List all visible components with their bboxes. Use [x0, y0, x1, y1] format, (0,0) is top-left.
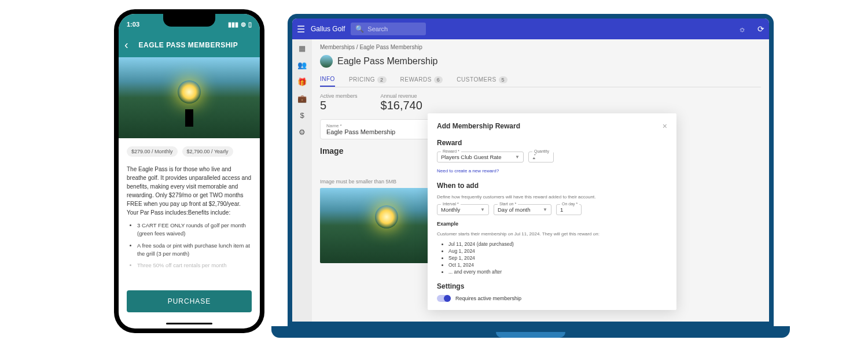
laptop-frame: ☰ Gallus Golf 🔍 ☼ ⟳ ▦ 👥 🎁 💼 $ ⚙ [288, 14, 774, 326]
membership-description: The Eagle Pass is for those who live and… [127, 165, 252, 217]
stats-row: Active members 5 Annual revenue $16,740 [320, 93, 761, 112]
refresh-icon[interactable]: ⟳ [757, 24, 764, 34]
pricing-pills: $279.00 / Monthly $2,790.00 / Yearly [127, 146, 252, 157]
signal-icon: ▮▮▮ [228, 21, 238, 28]
chevron-down-icon: ▼ [543, 207, 547, 212]
benefits-list: 3 CART FEE ONLY rounds of golf per month… [127, 222, 252, 273]
statusbar-icons: ▮▮▮ ⊚ ▯ [228, 21, 252, 28]
sun-graphic [178, 80, 201, 104]
search-icon: 🔍 [355, 25, 364, 33]
tab-customers[interactable]: CUSTOMERS5 [457, 72, 507, 87]
active-membership-toggle[interactable] [437, 295, 451, 302]
benefit-item: Three 50% off cart rentals per month [137, 261, 252, 270]
modal-header: Add Membership Reward × [437, 121, 667, 131]
field-value: Eagle Pass Membership [326, 128, 424, 135]
breadcrumb-link[interactable]: Memberships [320, 44, 355, 50]
wifi-icon: ⊚ [241, 21, 246, 28]
laptop-base [271, 326, 790, 338]
when-helper: Define how frequently customers will hav… [437, 194, 667, 200]
golfer-silhouette [185, 109, 193, 127]
reward-select[interactable]: Reward * Players Club Guest Rate ▼ [437, 152, 524, 163]
pill-monthly[interactable]: $279.00 / Monthly [127, 146, 178, 157]
stat-revenue: Annual revenue $16,740 [381, 93, 422, 112]
page-avatar [320, 55, 333, 68]
onday-field[interactable]: On day * 1 [556, 204, 582, 215]
laptop-screen: ☰ Gallus Golf 🔍 ☼ ⟳ ▦ 👥 🎁 💼 $ ⚙ [292, 19, 769, 322]
main-area: ▦ 👥 🎁 💼 $ ⚙ Memberships / Eagle Pass Mem… [292, 39, 769, 322]
stat-value: $16,740 [381, 99, 422, 112]
sidenav: ▦ 👥 🎁 💼 $ ⚙ [292, 39, 312, 322]
phone-header: ‹ EAGLE PASS MEMBERSHIP [119, 35, 260, 57]
search-box[interactable]: 🔍 [351, 23, 426, 35]
stat-label: Active members [320, 93, 358, 99]
example-intro: Customer starts their membership on Jul … [437, 231, 667, 237]
gift-icon[interactable]: 🎁 [297, 77, 307, 86]
purchase-button[interactable]: PURCHASE [127, 290, 252, 312]
tab-badge: 5 [499, 76, 508, 83]
stat-value: 5 [320, 99, 358, 112]
tabs: INFO PRICING2 REWARDS6 CUSTOMERS5 [320, 72, 761, 87]
dollar-icon[interactable]: $ [300, 111, 304, 120]
tab-badge: 6 [434, 76, 443, 83]
tab-rewards[interactable]: REWARDS6 [400, 72, 443, 87]
settings-heading: Settings [437, 282, 667, 290]
tab-info[interactable]: INFO [320, 72, 335, 87]
when-field-row: Interval * Monthly ▼ Start on * Day of m… [437, 204, 667, 215]
phone-screen: 1:03 ▮▮▮ ⊚ ▯ ‹ EAGLE PASS MEMBERSHIP $27… [119, 14, 260, 328]
example-item: ... and every month after [448, 269, 667, 276]
content-area: Memberships / Eagle Pass Membership Eagl… [312, 39, 769, 322]
example-list: Jul 11, 2024 (date purchased) Aug 1, 202… [437, 241, 667, 275]
pill-yearly[interactable]: $2,790.00 / Yearly [182, 146, 233, 157]
laptop-notch [496, 332, 565, 338]
search-input[interactable] [367, 25, 420, 32]
quantity-field[interactable]: Quantity * 1 [528, 152, 554, 163]
starton-select[interactable]: Start on * Day of month ▼ [494, 204, 551, 215]
breadcrumb: Memberships / Eagle Pass Membership [320, 44, 761, 50]
statusbar-time: 1:03 [127, 21, 139, 28]
phone-body: $279.00 / Monthly $2,790.00 / Yearly The… [119, 138, 260, 318]
example-item: Aug 1, 2024 [448, 248, 667, 255]
menu-icon[interactable]: ☰ [297, 24, 305, 35]
phone-notch [163, 14, 215, 27]
tab-pricing[interactable]: PRICING2 [349, 72, 387, 87]
modal-title: Add Membership Reward [437, 122, 520, 130]
reward-section-heading: Reward [437, 139, 667, 147]
tab-badge: 2 [377, 76, 387, 83]
people-icon[interactable]: 👥 [297, 61, 307, 69]
hero-image [119, 57, 260, 138]
breadcrumb-current: Eagle Pass Membership [359, 44, 422, 50]
name-field[interactable]: Name * Eagle Pass Membership [320, 119, 430, 139]
phone-header-title: EAGLE PASS MEMBERSHIP [134, 41, 242, 49]
phone-mockup: 1:03 ▮▮▮ ⊚ ▯ ‹ EAGLE PASS MEMBERSHIP $27… [114, 9, 264, 333]
new-reward-link[interactable]: Need to create a new reward? [437, 168, 499, 174]
toggle-label: Requires active membership [455, 296, 521, 301]
page-title-row: Eagle Pass Membership [320, 55, 761, 68]
chevron-down-icon: ▼ [515, 154, 520, 160]
benefit-item: A free soda or pint with purchase lunch … [137, 242, 252, 259]
brand-label: Gallus Golf [311, 25, 345, 33]
dashboard-icon[interactable]: ▦ [299, 44, 306, 53]
interval-select[interactable]: Interval * Monthly ▼ [437, 204, 489, 215]
topbar: ☰ Gallus Golf 🔍 ☼ ⟳ [292, 19, 769, 39]
chevron-down-icon: ▼ [480, 207, 485, 212]
stat-members: Active members 5 [320, 93, 358, 112]
benefit-item: 3 CART FEE ONLY rounds of golf per month… [137, 222, 252, 238]
laptop-mockup: ☰ Gallus Golf 🔍 ☼ ⟳ ▦ 👥 🎁 💼 $ ⚙ [288, 14, 774, 338]
toggle-row: Requires active membership [437, 295, 667, 302]
example-heading: Example [437, 221, 667, 227]
when-section-heading: When to add [437, 182, 667, 190]
add-reward-modal: Add Membership Reward × Reward Reward * … [428, 113, 676, 310]
example-item: Sep 1, 2024 [448, 255, 667, 262]
field-label: Name * [326, 123, 424, 128]
back-icon[interactable]: ‹ [124, 38, 128, 51]
reward-field-row: Reward * Players Club Guest Rate ▼ Quant… [437, 152, 667, 163]
battery-icon: ▯ [248, 21, 252, 28]
briefcase-icon[interactable]: 💼 [297, 94, 307, 103]
stat-label: Annual revenue [381, 93, 422, 99]
example-item: Oct 1, 2024 [448, 262, 667, 269]
close-icon[interactable]: × [663, 121, 667, 131]
brightness-icon[interactable]: ☼ [738, 24, 746, 34]
page-title: Eagle Pass Membership [337, 56, 437, 67]
gear-icon[interactable]: ⚙ [299, 128, 306, 136]
example-item: Jul 11, 2024 (date purchased) [448, 241, 667, 248]
